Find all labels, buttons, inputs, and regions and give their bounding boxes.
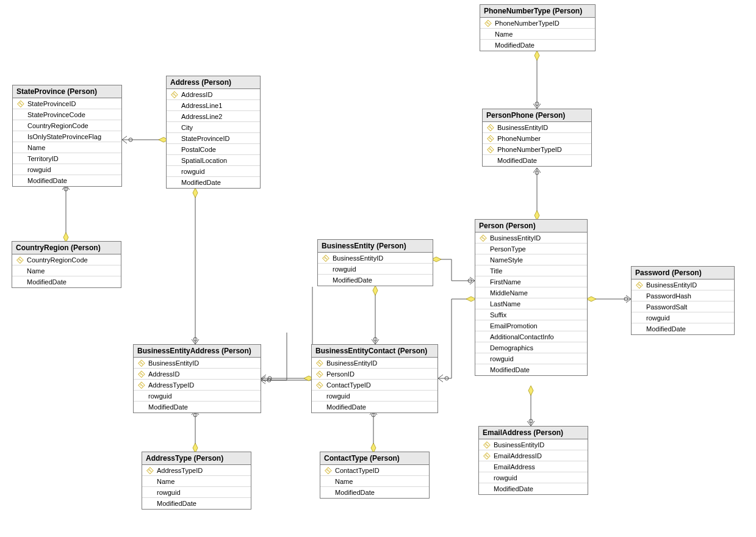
column-row[interactable]: ModifiedDate [134, 402, 261, 413]
column-row[interactable]: StateProvinceCode [13, 109, 121, 120]
column-row[interactable]: ⚿AddressID [134, 369, 261, 380]
entity-header[interactable]: CountryRegion (Person) [12, 242, 121, 254]
entity-header[interactable]: AddressType (Person) [142, 452, 251, 465]
column-row[interactable]: ⚿BusinessEntityID [479, 439, 588, 450]
column-row[interactable]: ModifiedDate [480, 40, 595, 51]
column-row[interactable]: Name [320, 476, 429, 487]
column-row[interactable]: rowguid [134, 391, 261, 402]
column-row[interactable]: PasswordSalt [632, 301, 734, 312]
column-row[interactable]: rowguid [312, 391, 437, 402]
column-row[interactable]: AdditionalContactInfo [475, 331, 587, 342]
column-row[interactable]: CountryRegionCode [13, 120, 121, 131]
column-row[interactable]: rowguid [632, 312, 734, 323]
column-row[interactable]: PasswordHash [632, 290, 734, 301]
column-row[interactable]: rowguid [475, 353, 587, 364]
column-row[interactable]: ModifiedDate [475, 364, 587, 375]
column-row[interactable]: ModifiedDate [632, 323, 734, 334]
entity-contacttype[interactable]: ContactType (Person)⚿ContactTypeIDNameMo… [320, 452, 430, 499]
entity-header[interactable]: Address (Person) [167, 76, 260, 89]
entity-addresstype[interactable]: AddressType (Person)⚿AddressTypeIDNamero… [142, 452, 251, 510]
column-name: Suffix [488, 311, 506, 319]
column-row[interactable]: AddressLine1 [167, 100, 260, 111]
column-row[interactable]: ModifiedDate [12, 276, 121, 287]
entity-header[interactable]: BusinessEntityContact (Person) [312, 345, 437, 358]
entity-person[interactable]: Person (Person)⚿BusinessEntityIDPersonTy… [475, 219, 588, 376]
column-row[interactable]: ModifiedDate [320, 487, 429, 498]
column-row[interactable]: ⚿PersonID [312, 369, 437, 380]
entity-header[interactable]: StateProvince (Person) [13, 85, 121, 98]
column-row[interactable]: rowguid [318, 264, 433, 275]
column-row[interactable]: ⚿PhoneNumberTypeID [480, 18, 595, 29]
column-row[interactable]: Name [13, 142, 121, 153]
entity-header[interactable]: EmailAddress (Person) [479, 427, 588, 439]
column-row[interactable]: ModifiedDate [142, 498, 251, 509]
entity-emailaddress[interactable]: EmailAddress (Person)⚿BusinessEntityID⚿E… [478, 426, 588, 495]
column-row[interactable]: ⚿AddressTypeID [142, 465, 251, 476]
column-row[interactable]: PersonType [475, 243, 587, 254]
entity-header[interactable]: Person (Person) [475, 220, 587, 232]
entity-header[interactable]: BusinessEntity (Person) [318, 240, 433, 253]
column-row[interactable]: IsOnlyStateProvinceFlag [13, 131, 121, 142]
entity-header[interactable]: PhoneNumberType (Person) [480, 5, 595, 18]
column-row[interactable]: SpatialLocation [167, 155, 260, 166]
entity-countryregion[interactable]: CountryRegion (Person)⚿CountryRegionCode… [12, 241, 121, 288]
entity-header[interactable]: Password (Person) [632, 267, 734, 279]
column-row[interactable]: Name [12, 265, 121, 276]
column-row[interactable]: PostalCode [167, 144, 260, 155]
column-row[interactable]: ⚿EmailAddressID [479, 450, 588, 461]
column-row[interactable]: ModifiedDate [483, 155, 591, 166]
svg-point-37 [535, 102, 539, 106]
column-row[interactable]: Title [475, 265, 587, 276]
entity-password[interactable]: Password (Person)⚿BusinessEntityIDPasswo… [631, 266, 735, 335]
column-row[interactable]: ⚿BusinessEntityID [312, 358, 437, 369]
column-row[interactable]: City [167, 122, 260, 133]
column-row[interactable]: ⚿BusinessEntityID [475, 232, 587, 243]
column-row[interactable]: EmailAddress [479, 461, 588, 472]
entity-header[interactable]: PersonPhone (Person) [483, 109, 591, 122]
column-row[interactable]: ⚿AddressTypeID [134, 380, 261, 391]
entity-header[interactable]: BusinessEntityAddress (Person) [134, 345, 261, 358]
entity-personphone[interactable]: PersonPhone (Person)⚿BusinessEntityID⚿Ph… [482, 109, 592, 167]
column-row[interactable]: rowguid [142, 487, 251, 498]
column-row[interactable]: Demographics [475, 342, 587, 353]
column-row[interactable]: TerritoryID [13, 153, 121, 164]
entity-stateprovince[interactable]: StateProvince (Person)⚿StateProvinceIDSt… [12, 85, 122, 187]
column-row[interactable]: ModifiedDate [13, 175, 121, 186]
key-icon: ⚿ [486, 134, 495, 142]
column-row[interactable]: ⚿StateProvinceID [13, 98, 121, 109]
column-name: City [179, 124, 193, 131]
column-row[interactable]: MiddleName [475, 287, 587, 298]
column-row[interactable]: ⚿PhoneNumberTypeID [483, 144, 591, 155]
column-row[interactable]: Suffix [475, 309, 587, 320]
column-row[interactable]: ⚿BusinessEntityID [483, 122, 591, 133]
entity-address[interactable]: Address (Person)⚿AddressIDAddressLine1Ad… [166, 76, 261, 189]
column-row[interactable]: EmailPromotion [475, 320, 587, 331]
column-row[interactable]: AddressLine2 [167, 111, 260, 122]
column-row[interactable]: ModifiedDate [312, 402, 437, 413]
column-row[interactable]: Name [142, 476, 251, 487]
column-row[interactable]: rowguid [479, 472, 588, 483]
column-row[interactable]: ⚿BusinessEntityID [134, 358, 261, 369]
entity-phonenumbertype[interactable]: PhoneNumberType (Person)⚿PhoneNumberType… [480, 4, 596, 51]
column-row[interactable]: ModifiedDate [318, 275, 433, 286]
entity-businessentity[interactable]: BusinessEntity (Person)⚿BusinessEntityID… [317, 239, 433, 286]
column-row[interactable]: NameStyle [475, 254, 587, 265]
column-row[interactable]: ⚿AddressID [167, 89, 260, 100]
column-row[interactable]: ⚿ContactTypeID [320, 465, 429, 476]
column-row[interactable]: StateProvinceID [167, 133, 260, 144]
entity-header[interactable]: ContactType (Person) [320, 452, 429, 465]
column-row[interactable]: FirstName [475, 276, 587, 287]
entity-businessentitycontact[interactable]: BusinessEntityContact (Person)⚿BusinessE… [311, 344, 438, 413]
entity-businessentityaddress[interactable]: BusinessEntityAddress (Person)⚿BusinessE… [133, 344, 261, 413]
column-row[interactable]: ⚿PhoneNumber [483, 133, 591, 144]
column-row[interactable]: ⚿CountryRegionCode [12, 254, 121, 265]
column-row[interactable]: rowguid [167, 166, 260, 177]
column-row[interactable]: ModifiedDate [479, 483, 588, 494]
column-row[interactable]: ⚿BusinessEntityID [632, 279, 734, 290]
column-row[interactable]: LastName [475, 298, 587, 309]
column-row[interactable]: ⚿ContactTypeID [312, 380, 437, 391]
column-row[interactable]: ModifiedDate [167, 177, 260, 188]
column-row[interactable]: rowguid [13, 164, 121, 175]
column-row[interactable]: Name [480, 29, 595, 40]
column-row[interactable]: ⚿BusinessEntityID [318, 253, 433, 264]
